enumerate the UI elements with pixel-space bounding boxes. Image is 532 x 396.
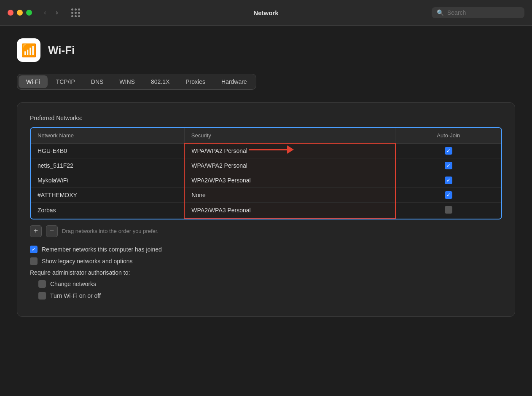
networks-table: Network Name Security Auto-Join HGU-E4B0…	[31, 128, 501, 219]
col-header-security: Security	[184, 128, 395, 143]
security-cell: WPA2/WPA3 Personal	[184, 173, 395, 187]
table-row: netis_511F22 WPA/WPA2 Personal ✓	[31, 158, 501, 173]
table-row: MykolaWiFi WPA2/WPA3 Personal ✓	[31, 173, 501, 187]
turn-wifi-row: Turn Wi-Fi on or off	[38, 292, 502, 300]
traffic-lights	[8, 10, 32, 16]
window-title: Network	[253, 9, 278, 16]
search-input[interactable]	[447, 9, 519, 16]
back-arrow[interactable]: ‹	[40, 8, 50, 17]
change-networks-row: Change networks	[38, 280, 502, 288]
turn-wifi-label: Turn Wi-Fi on or off	[50, 292, 101, 299]
tab-wins[interactable]: WINS	[112, 75, 142, 88]
table-row: #ATTHEMOXY None ✓	[31, 187, 501, 202]
table-header-row: Network Name Security Auto-Join	[31, 128, 501, 143]
security-cell: None	[184, 187, 395, 202]
require-admin-label: Require administrator authorisation to:	[30, 269, 502, 276]
forward-arrow[interactable]: ›	[52, 8, 62, 17]
tab-8021x[interactable]: 802.1X	[143, 75, 177, 88]
remember-networks-row: ✓ Remember networks this computer has jo…	[30, 246, 502, 253]
autojoin-cell: ✓	[395, 187, 501, 202]
security-cell: WPA/WPA2 Personal	[184, 143, 395, 158]
col-header-name: Network Name	[31, 128, 184, 143]
autojoin-cell: ✓	[395, 173, 501, 187]
security-cell: WPA/WPA2 Personal	[184, 158, 395, 173]
table-row: HGU-E4B0 WPA/WPA2 Personal ✓	[31, 143, 501, 158]
networks-table-wrapper: Network Name Security Auto-Join HGU-E4B0…	[30, 127, 502, 219]
network-name-cell: HGU-E4B0	[31, 143, 184, 158]
autojoin-checkbox-checked[interactable]: ✓	[445, 191, 452, 199]
turn-wifi-checkbox[interactable]	[38, 292, 46, 300]
network-name-cell: Zorbas	[31, 202, 184, 218]
autojoin-cell: ✓	[395, 143, 501, 158]
wifi-icon-box: 📶	[17, 38, 40, 62]
main-content: 📶 Wi-Fi Wi-Fi TCP/IP DNS WINS 802.1X Pro…	[0, 26, 532, 329]
wifi-panel: Preferred Networks: Network Name Securit…	[17, 102, 515, 317]
tab-tcpip[interactable]: TCP/IP	[48, 75, 83, 88]
network-name-cell: #ATTHEMOXY	[31, 187, 184, 202]
show-legacy-checkbox[interactable]	[30, 257, 38, 265]
tab-proxies[interactable]: Proxies	[178, 75, 213, 88]
wifi-header: 📶 Wi-Fi	[17, 38, 515, 62]
tab-hardware[interactable]: Hardware	[214, 75, 255, 88]
autojoin-checkbox-checked[interactable]: ✓	[445, 147, 452, 155]
remove-network-button[interactable]: −	[46, 225, 58, 237]
autojoin-checkbox-checked[interactable]: ✓	[445, 162, 452, 169]
grid-dots	[71, 8, 80, 17]
add-network-button[interactable]: +	[30, 225, 42, 237]
wifi-icon: 📶	[21, 43, 37, 58]
close-button[interactable]	[8, 10, 13, 16]
autojoin-checkbox-checked[interactable]: ✓	[445, 177, 452, 184]
autojoin-checkbox-unchecked[interactable]	[445, 206, 452, 214]
autojoin-cell	[395, 202, 501, 218]
preferred-networks-label: Preferred Networks:	[30, 115, 502, 121]
minimize-button[interactable]	[17, 10, 23, 16]
table-row: Zorbas WPA2/WPA3 Personal	[31, 202, 501, 218]
tabs-container: Wi-Fi TCP/IP DNS WINS 802.1X Proxies Har…	[17, 74, 256, 90]
search-box[interactable]: 🔍	[432, 7, 524, 18]
change-networks-label: Change networks	[50, 281, 96, 287]
apps-grid-icon[interactable]	[70, 7, 81, 18]
show-legacy-label: Show legacy networks and options	[42, 258, 133, 265]
drag-hint: Drag networks into the order you prefer.	[62, 228, 159, 234]
network-name-cell: MykolaWiFi	[31, 173, 184, 187]
nav-arrows: ‹ ›	[40, 8, 62, 17]
remember-networks-label: Remember networks this computer has join…	[42, 246, 162, 253]
col-header-autojoin: Auto-Join	[395, 128, 501, 143]
search-icon: 🔍	[437, 9, 444, 16]
remember-networks-checkbox[interactable]: ✓	[30, 246, 38, 253]
show-legacy-row: Show legacy networks and options	[30, 257, 502, 265]
tab-wifi[interactable]: Wi-Fi	[19, 75, 48, 88]
security-cell: WPA2/WPA3 Personal	[184, 202, 395, 218]
autojoin-cell: ✓	[395, 158, 501, 173]
change-networks-checkbox[interactable]	[38, 280, 46, 288]
network-name-cell: netis_511F22	[31, 158, 184, 173]
table-annotation-wrapper: Network Name Security Auto-Join HGU-E4B0…	[30, 127, 502, 219]
add-remove-row: + − Drag networks into the order you pre…	[30, 225, 502, 237]
tab-dns[interactable]: DNS	[83, 75, 111, 88]
maximize-button[interactable]	[26, 10, 32, 16]
titlebar: ‹ › Network 🔍	[0, 0, 532, 26]
wifi-title: Wi-Fi	[48, 44, 75, 57]
